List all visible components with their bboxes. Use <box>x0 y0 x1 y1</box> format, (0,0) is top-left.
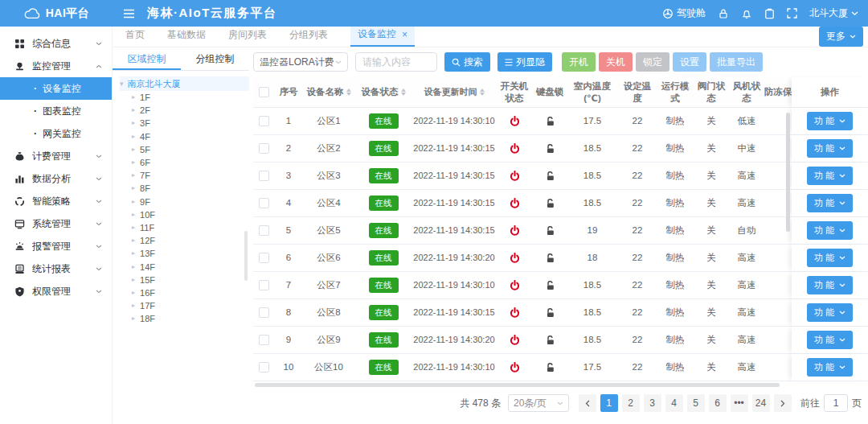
power-icon[interactable] <box>509 362 521 373</box>
caret-right-icon[interactable]: ▸ <box>132 264 135 270</box>
caret-right-icon[interactable]: ▸ <box>132 224 135 231</box>
tree-node-floor[interactable]: ▸ 9F <box>120 196 249 208</box>
col-device-status[interactable]: 设备状态 <box>354 77 412 108</box>
caret-right-icon[interactable]: ▸ <box>132 107 135 113</box>
page-button[interactable]: 1 <box>600 394 618 412</box>
more-pages-button[interactable]: ••• <box>731 394 748 412</box>
tree-scrollbar[interactable] <box>244 231 248 281</box>
caret-right-icon[interactable]: ▸ <box>132 290 135 296</box>
caret-right-icon[interactable]: ▸ <box>132 303 135 309</box>
tree-node-floor[interactable]: ▸ 15F <box>120 274 249 286</box>
nav-tab-active[interactable]: 设备监控 × <box>350 24 415 47</box>
power-icon[interactable] <box>509 335 521 346</box>
sidebar-item-device-monitoring[interactable]: · 设备监控 <box>0 77 112 100</box>
function-button[interactable]: 功 能 <box>807 331 853 349</box>
function-button[interactable]: 功 能 <box>807 303 853 322</box>
padlock-open-icon[interactable] <box>545 280 555 290</box>
tree-node-floor[interactable]: ▸ 10F <box>120 208 249 221</box>
power-icon[interactable] <box>509 307 521 319</box>
caret-down-icon[interactable]: ▾ <box>120 80 124 88</box>
padlock-open-icon[interactable] <box>545 171 555 181</box>
tree-node-floor[interactable]: ▸ 6F <box>120 156 249 169</box>
page-button[interactable]: 2 <box>622 394 640 412</box>
fullscreen-icon[interactable] <box>787 8 797 19</box>
padlock-open-icon[interactable] <box>545 198 555 208</box>
sort-icon[interactable] <box>401 89 406 97</box>
nav-tab[interactable]: 基础数据 <box>167 28 206 47</box>
function-button[interactable]: 功 能 <box>807 221 853 240</box>
function-button[interactable]: 功 能 <box>807 139 853 158</box>
close-icon[interactable]: × <box>402 30 407 39</box>
power-icon[interactable] <box>509 171 521 182</box>
page-button[interactable]: 5 <box>687 394 705 412</box>
caret-right-icon[interactable]: ▸ <box>132 185 135 191</box>
tree-node-floor[interactable]: ▸ 12F <box>120 234 249 247</box>
sidebar-item-alarm[interactable]: 报警管理 <box>0 235 112 257</box>
vertical-scrollbar[interactable] <box>786 113 790 232</box>
tree-node-floor[interactable]: ▸ 11F <box>120 221 249 234</box>
sort-icon[interactable] <box>480 89 485 97</box>
page-button[interactable]: 24 <box>752 394 770 412</box>
caret-right-icon[interactable]: ▸ <box>132 134 135 140</box>
power-icon[interactable] <box>509 253 521 264</box>
sidebar-item-strategy[interactable]: 智能策略 <box>0 190 112 212</box>
caret-right-icon[interactable]: ▸ <box>132 199 135 205</box>
select-all-checkbox[interactable] <box>259 87 269 97</box>
sidebar-item-permissions[interactable]: 权限管理 <box>0 280 112 303</box>
cockpit-button[interactable]: 驾驶舱 <box>662 6 706 20</box>
row-checkbox[interactable] <box>259 253 269 263</box>
next-page-button[interactable] <box>774 394 792 412</box>
clipboard-icon[interactable] <box>764 8 775 19</box>
power-icon[interactable] <box>509 198 521 209</box>
sidebar-item-analytics[interactable]: 数据分析 <box>0 167 112 190</box>
caret-right-icon[interactable]: ▸ <box>132 250 135 257</box>
caret-right-icon[interactable]: ▸ <box>132 315 135 322</box>
caret-right-icon[interactable]: ▸ <box>132 277 135 283</box>
power-on-button[interactable]: 开机 <box>562 52 596 72</box>
power-icon[interactable] <box>509 143 521 154</box>
tree-node-floor[interactable]: ▸ 3F <box>120 117 249 130</box>
building-selector[interactable]: 北斗大厦 <box>809 6 858 20</box>
app-logo[interactable]: HAI平台 <box>0 6 113 21</box>
tree-node-floor[interactable]: ▸ 7F <box>120 169 249 182</box>
padlock-open-icon[interactable] <box>545 253 555 263</box>
caret-right-icon[interactable]: ▸ <box>132 94 135 101</box>
row-checkbox[interactable] <box>259 362 269 373</box>
power-off-button[interactable]: 关机 <box>599 52 633 72</box>
tab-group-control[interactable]: 分组控制 <box>181 47 249 70</box>
sidebar-item-billing[interactable]: 计费管理 <box>0 145 112 167</box>
sidebar-item-system[interactable]: 系统管理 <box>0 212 112 235</box>
function-button[interactable]: 功 能 <box>807 276 853 294</box>
horizontal-scrollbar[interactable] <box>255 383 780 387</box>
row-checkbox[interactable] <box>259 171 269 181</box>
row-checkbox[interactable] <box>259 307 269 318</box>
power-icon[interactable] <box>509 280 521 291</box>
lock-icon[interactable] <box>718 8 729 19</box>
settings-button[interactable]: 设置 <box>673 52 706 72</box>
power-icon[interactable] <box>509 225 521 237</box>
sidebar-item-gateway-monitoring[interactable]: · 网关监控 <box>0 122 112 145</box>
sidebar-item-reports[interactable]: 统计报表 <box>0 257 112 280</box>
tree-node-floor[interactable]: ▸ 2F <box>120 104 249 117</box>
tree-node-floor[interactable]: ▸ 4F <box>120 130 249 143</box>
col-updated-time[interactable]: 设备更新时间 <box>412 77 496 108</box>
bell-icon[interactable] <box>741 8 752 19</box>
tree-node-floor[interactable]: ▸ 13F <box>120 247 249 260</box>
padlock-open-icon[interactable] <box>545 143 555 154</box>
sidebar-item-overview[interactable]: 综合信息 <box>0 32 112 55</box>
row-checkbox[interactable] <box>259 335 269 345</box>
tree-node-floor[interactable]: ▸ 18F <box>120 312 249 325</box>
tab-region-control[interactable]: 区域控制 <box>113 47 181 70</box>
nav-tab[interactable]: 房间列表 <box>228 28 267 47</box>
goto-page-input[interactable] <box>824 394 848 412</box>
tree-node-floor[interactable]: ▸ 14F <box>120 260 249 273</box>
padlock-open-icon[interactable] <box>545 116 555 126</box>
caret-right-icon[interactable]: ▸ <box>132 159 135 166</box>
sidebar-item-monitoring[interactable]: 监控管理 <box>0 55 112 77</box>
more-button[interactable]: 更多 <box>819 27 863 47</box>
tree-root-building[interactable]: ▾ 南京北斗大厦 <box>120 76 249 91</box>
function-button[interactable]: 功 能 <box>807 249 853 267</box>
nav-tab[interactable]: 分组列表 <box>289 28 328 47</box>
page-size-select[interactable]: 20条/页 <box>508 394 569 412</box>
padlock-open-icon[interactable] <box>545 335 555 345</box>
